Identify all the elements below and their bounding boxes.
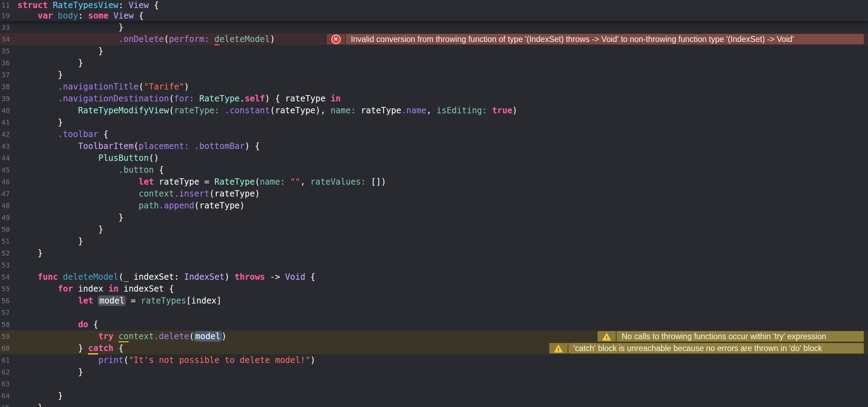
line-number[interactable]: 45 (0, 164, 17, 176)
line-number[interactable]: 43 (0, 140, 17, 152)
code-text[interactable]: } (17, 248, 43, 258)
code-text[interactable]: } (17, 224, 103, 234)
code-text[interactable]: .navigationDestination(for: RateType.sel… (17, 94, 341, 103)
code-line-63[interactable]: 63 (0, 378, 868, 390)
line-number[interactable]: 62 (0, 366, 17, 378)
line-number[interactable]: 48 (0, 200, 17, 212)
line-number[interactable]: 52 (0, 247, 17, 259)
code-text[interactable]: let model = rateTypes[index] (17, 296, 222, 306)
line-number[interactable]: 54 (0, 271, 17, 283)
code-line-51[interactable]: 51 } (0, 235, 868, 247)
line-number[interactable]: 36 (0, 57, 17, 69)
code-line-50[interactable]: 50 } (0, 223, 868, 235)
code-text[interactable]: struct RateTypesView: View { (17, 0, 159, 10)
line-number[interactable]: 47 (0, 188, 17, 200)
code-text[interactable]: } (17, 117, 63, 127)
code-text[interactable]: } (17, 22, 123, 32)
line-number[interactable]: 49 (0, 212, 17, 223)
code-line-38[interactable]: 38 .navigationTitle("Tarife") (0, 81, 868, 93)
code-text[interactable]: let rateType = RateType(name: "", rateVa… (17, 177, 386, 187)
line-number[interactable]: 50 (0, 223, 17, 235)
line-number[interactable]: 60 (0, 342, 17, 354)
code-line-52[interactable]: 52 } (0, 247, 868, 259)
code-line-11[interactable]: 11struct RateTypesView: View { (0, 0, 868, 10)
code-text[interactable]: } (17, 213, 123, 222)
code-line-36[interactable]: 36 } (0, 57, 868, 69)
line-number[interactable]: 55 (0, 283, 17, 295)
line-number[interactable]: 53 (0, 259, 17, 271)
code-text[interactable]: .onDelete(perform: deleteModel) (17, 34, 275, 45)
code-text[interactable]: } (17, 391, 63, 401)
warning-banner[interactable]: !No calls to throwing functions occur wi… (598, 331, 864, 342)
code-line-65[interactable]: 65 } (0, 402, 868, 407)
code-line-60[interactable]: 60 } catch {!'catch' block is unreachabl… (0, 342, 868, 354)
line-number[interactable]: 58 (0, 319, 17, 330)
code-text[interactable]: } (17, 236, 83, 246)
code-line-61[interactable]: 61 print("It's not possible to delete mo… (0, 354, 868, 366)
code-text[interactable]: print("It's not possible to delete model… (17, 355, 316, 365)
line-number[interactable]: 33 (0, 21, 17, 33)
code-text[interactable]: } (17, 403, 43, 407)
code-text[interactable]: } catch { (17, 343, 123, 355)
line-number[interactable]: 59 (0, 330, 17, 342)
code-line-35[interactable]: 35 } (0, 45, 868, 57)
code-line-58[interactable]: 58 do { (0, 319, 868, 330)
code-line-59[interactable]: 59 try context.delete(model)!No calls to… (0, 330, 868, 342)
code-line-42[interactable]: 42 .toolbar { (0, 128, 868, 140)
code-line-49[interactable]: 49 } (0, 212, 868, 223)
code-text[interactable]: } (17, 58, 83, 68)
code-text[interactable]: .button { (17, 165, 164, 175)
code-text[interactable]: .navigationTitle("Tarife") (17, 82, 189, 92)
code-text[interactable]: func deleteModel(_ indexSet: IndexSet) t… (17, 272, 316, 282)
line-number[interactable]: 57 (0, 307, 17, 319)
line-number[interactable]: 46 (0, 176, 17, 188)
line-number[interactable]: 65 (0, 402, 17, 407)
line-number[interactable]: 61 (0, 354, 17, 366)
code-line-37[interactable]: 37 } (0, 69, 868, 81)
code-line-55[interactable]: 55 for index in indexSet { (0, 283, 868, 295)
code-line-44[interactable]: 44 PlusButton() (0, 152, 868, 164)
line-number[interactable]: 37 (0, 69, 17, 81)
code-line-45[interactable]: 45 .button { (0, 164, 868, 176)
code-line-19[interactable]: 19 var body: some View { (0, 10, 868, 21)
code-line-41[interactable]: 41 } (0, 116, 868, 128)
code-text[interactable]: } (17, 367, 83, 377)
line-number[interactable]: 51 (0, 235, 17, 247)
line-number[interactable]: 40 (0, 105, 17, 116)
code-line-54[interactable]: 54 func deleteModel(_ indexSet: IndexSet… (0, 271, 868, 283)
code-line-34[interactable]: 34 .onDelete(perform: deleteModel)✕Inval… (0, 33, 868, 45)
code-line-39[interactable]: 39 .navigationDestination(for: RateType.… (0, 93, 868, 105)
line-number[interactable]: 42 (0, 128, 17, 140)
code-line-53[interactable]: 53 (0, 259, 868, 271)
line-number[interactable]: 38 (0, 81, 17, 93)
line-number[interactable]: 19 (0, 10, 17, 21)
code-text[interactable]: var body: some View { (17, 11, 144, 21)
line-number[interactable]: 41 (0, 116, 17, 128)
code-line-48[interactable]: 48 path.append(rateType) (0, 200, 868, 212)
warning-banner[interactable]: !'catch' block is unreachable because no… (549, 343, 864, 354)
line-number[interactable]: 64 (0, 390, 17, 402)
line-number[interactable]: 63 (0, 378, 17, 390)
code-text[interactable]: } (17, 46, 103, 56)
code-text[interactable]: PlusButton() (17, 153, 159, 163)
code-line-33[interactable]: 33 } (0, 21, 868, 33)
line-number[interactable]: 44 (0, 152, 17, 164)
code-line-40[interactable]: 40 RateTypeModifyView(rateType: .constan… (0, 105, 868, 116)
code-text[interactable]: for index in indexSet { (17, 284, 174, 294)
error-banner[interactable]: ✕Invalid conversion from throwing functi… (327, 34, 864, 44)
code-line-57[interactable]: 57 (0, 307, 868, 319)
code-text[interactable]: .toolbar { (17, 129, 108, 139)
code-text[interactable]: path.append(rateType) (17, 201, 245, 210)
line-number[interactable]: 56 (0, 295, 17, 307)
code-line-64[interactable]: 64 } (0, 390, 868, 402)
line-number[interactable]: 34 (0, 33, 17, 45)
code-text[interactable]: do { (17, 320, 98, 329)
code-text[interactable]: try context.delete(model) (17, 331, 226, 341)
line-number[interactable]: 35 (0, 45, 17, 57)
code-text[interactable]: RateTypeModifyView(rateType: .constant(r… (17, 106, 518, 115)
code-line-62[interactable]: 62 } (0, 366, 868, 378)
code-line-46[interactable]: 46 let rateType = RateType(name: "", rat… (0, 176, 868, 188)
code-line-43[interactable]: 43 ToolbarItem(placement: .bottomBar) { (0, 140, 868, 152)
code-text[interactable]: } (17, 70, 63, 80)
code-line-56[interactable]: 56 let model = rateTypes[index] (0, 295, 868, 307)
